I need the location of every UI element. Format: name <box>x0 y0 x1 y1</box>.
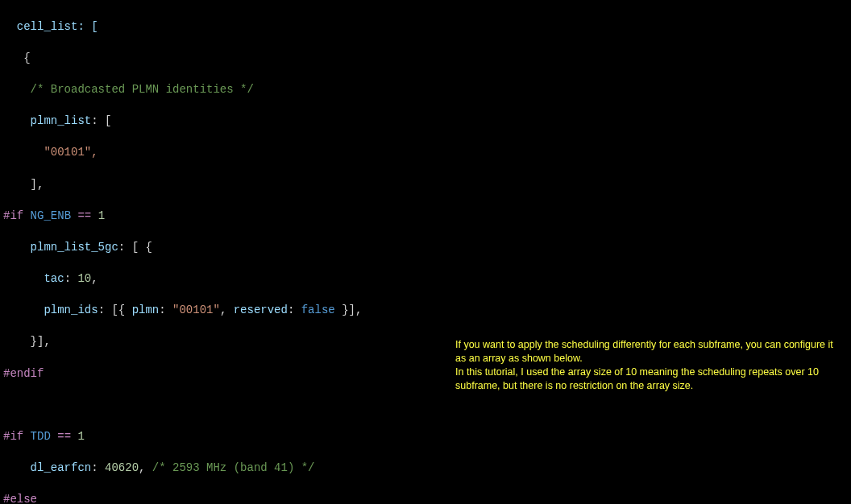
code-text: , <box>220 304 234 316</box>
preproc: TDD <box>23 430 57 443</box>
code-text: : <box>159 304 172 316</box>
preproc: == <box>57 430 71 443</box>
annotation-callout: If you want to apply the scheduling diff… <box>455 338 842 393</box>
code-text: plmn_ids <box>3 304 98 316</box>
code-text: : [ { <box>118 241 152 254</box>
code-comment: /* 2593 MHz (band 41) */ <box>152 461 315 474</box>
code-text: cell_list: [ <box>3 20 98 33</box>
annotation-text: In this tutorial, I used the array size … <box>455 366 842 393</box>
preproc: #if <box>3 209 23 222</box>
code-text: tac <box>3 272 64 285</box>
code-text: , <box>91 272 98 285</box>
code-number: 40620 <box>105 461 139 474</box>
code-text: : <box>91 461 105 474</box>
code-text: , <box>139 461 152 474</box>
preproc: #else <box>3 493 37 504</box>
code-text: plmn <box>132 304 160 316</box>
preproc: == <box>77 209 91 222</box>
code-text: : <box>64 272 78 285</box>
preproc: #endif <box>3 367 44 380</box>
code-string: "00101" <box>172 304 220 316</box>
code-text: { <box>3 52 31 64</box>
code-text: plmn_list_5gc <box>3 241 118 254</box>
code-string: "00101", <box>3 146 98 159</box>
code-editor[interactable]: cell_list: [ { /* Broadcasted PLMN ident… <box>0 0 851 504</box>
preproc: #if <box>3 430 23 443</box>
code-comment: /* Broadcasted PLMN identities */ <box>3 83 254 96</box>
preproc: NG_ENB <box>23 209 77 222</box>
annotation-text: If you want to apply the scheduling diff… <box>455 338 842 366</box>
code-text: }], <box>335 304 363 316</box>
code-text: ], <box>3 178 44 191</box>
preproc: 1 <box>91 209 105 222</box>
code-text: plmn_list <box>3 114 91 127</box>
preproc: 1 <box>71 430 85 443</box>
code-text: dl_earfcn <box>3 461 91 474</box>
code-text: : [{ <box>98 304 132 316</box>
code-text: reserved <box>234 304 288 316</box>
code-number: 10 <box>77 272 91 285</box>
code-text: : <box>288 304 301 316</box>
code-text: }], <box>3 335 51 348</box>
code-bool: false <box>301 304 335 316</box>
code-text: : [ <box>91 114 111 127</box>
